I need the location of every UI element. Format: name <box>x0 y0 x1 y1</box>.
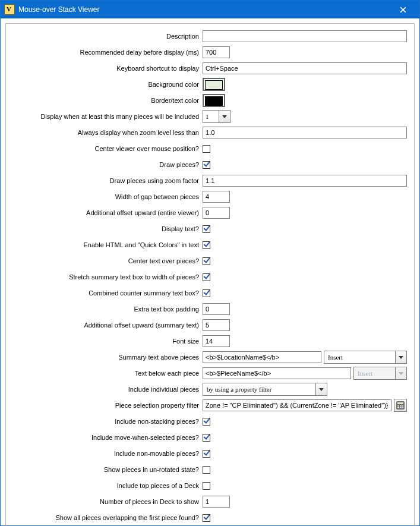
summary-above-insert-combo[interactable]: Insert <box>324 351 407 364</box>
label-summary-above: Summary text above pieces <box>12 354 203 361</box>
label-draw-pieces: Draw pieces? <box>12 161 203 168</box>
draw-zoom-factor-input[interactable] <box>203 175 407 187</box>
label-display-when-pieces: Display when at least this many pieces w… <box>12 113 203 120</box>
label-draw-zoom-factor: Draw pieces using zoom factor <box>12 177 203 184</box>
chevron-down-icon <box>395 367 406 379</box>
label-center-text: Center text over pieces? <box>12 257 203 264</box>
gap-width-input[interactable] <box>203 191 230 203</box>
show-all-overlap-checkbox[interactable] <box>203 514 210 522</box>
label-description: Description <box>12 33 203 40</box>
center-text-checkbox[interactable] <box>203 257 210 265</box>
label-always-display-zoom: Always display when zoom level less than <box>12 129 203 136</box>
label-include-nonmovable: Include non-movable pieces? <box>12 450 203 457</box>
always-display-zoom-input[interactable] <box>203 127 407 138</box>
calculator-icon <box>396 401 405 410</box>
description-input[interactable] <box>203 30 407 42</box>
close-icon <box>400 7 406 13</box>
rec-delay-input[interactable] <box>203 46 230 58</box>
label-combined-counter: Combined counter summary text box? <box>12 289 203 297</box>
label-font-size: Font size <box>12 338 203 345</box>
form-panel: Description Recommended delay before dis… <box>5 23 415 526</box>
label-include-top-deck: Include top pieces of a Deck <box>12 482 203 489</box>
label-rec-delay: Recommended delay before display (ms) <box>12 49 203 56</box>
label-show-unrotated: Show pieces in un-rotated state? <box>12 466 203 473</box>
piece-filter-input[interactable] <box>203 399 391 411</box>
num-deck-input[interactable] <box>203 496 230 508</box>
bg-color-picker[interactable] <box>203 78 225 91</box>
display-when-pieces-spinner[interactable]: 1 <box>203 110 230 123</box>
label-offset-upward-summary: Additional offset upward (summary text) <box>12 322 203 329</box>
include-movewhen-checkbox[interactable] <box>203 434 210 442</box>
label-text-below: Text below each piece <box>12 370 203 377</box>
label-gap-width: Width of gap between pieces <box>12 193 203 200</box>
expression-builder-button[interactable] <box>394 399 407 412</box>
text-below-input[interactable] <box>203 367 351 379</box>
chevron-down-icon[interactable] <box>315 383 327 395</box>
window-title: Mouse-over Stack Viewer <box>18 5 391 14</box>
show-unrotated-checkbox[interactable] <box>203 466 210 474</box>
label-stretch-textbox: Stretch summary text box to width of pie… <box>12 273 203 281</box>
include-top-deck-checkbox[interactable] <box>203 482 210 490</box>
close-button[interactable] <box>391 1 415 18</box>
stretch-textbox-checkbox[interactable] <box>203 273 210 281</box>
bg-color-swatch <box>205 80 223 90</box>
enable-html-colors-checkbox[interactable] <box>203 241 210 249</box>
include-individual-combo[interactable]: by using a property filter <box>203 383 327 396</box>
label-include-nonstacking: Include non-stacking pieces? <box>12 418 203 425</box>
label-include-individual: Include individual pieces <box>12 386 203 393</box>
dialog-window: Mouse-over Stack Viewer Description Reco… <box>0 0 420 526</box>
label-display-text: Display text? <box>12 225 203 232</box>
font-size-input[interactable] <box>203 335 230 347</box>
extra-padding-input[interactable] <box>203 303 230 315</box>
kb-shortcut-input[interactable] <box>203 62 407 74</box>
label-bg-color: Background color <box>12 81 203 88</box>
label-piece-filter: Piece selection property filter <box>12 402 203 409</box>
draw-pieces-checkbox[interactable] <box>203 161 210 169</box>
include-nonstacking-checkbox[interactable] <box>203 418 210 426</box>
app-icon <box>4 4 15 15</box>
label-border-text-color: Border/text color <box>12 97 203 104</box>
offset-upward-summary-input[interactable] <box>203 319 230 331</box>
label-include-movewhen: Include move-when-selected pieces? <box>12 434 203 441</box>
title-bar: Mouse-over Stack Viewer <box>1 1 419 18</box>
combined-counter-checkbox[interactable] <box>203 289 210 297</box>
include-nonmovable-checkbox[interactable] <box>203 450 210 458</box>
label-show-all-overlap: Show all pieces overlapping the first pi… <box>12 514 203 521</box>
label-kb-shortcut: Keyboard shortcut to display <box>12 65 203 72</box>
offset-upward-viewer-input[interactable] <box>203 207 230 219</box>
border-text-color-swatch <box>205 96 223 106</box>
center-viewer-checkbox[interactable] <box>203 145 210 153</box>
label-center-viewer: Center viewer over mouse position? <box>12 145 203 152</box>
chevron-down-icon[interactable] <box>395 351 406 363</box>
display-text-checkbox[interactable] <box>203 225 210 233</box>
label-extra-padding: Extra text box padding <box>12 305 203 313</box>
label-offset-upward-viewer: Additional offset upward (entire viewer) <box>12 209 203 216</box>
label-num-deck: Number of pieces in Deck to show <box>12 498 203 505</box>
border-text-color-picker[interactable] <box>203 94 225 107</box>
label-enable-html-colors: Enable HTML and "Quick Colors" in text <box>12 241 203 248</box>
summary-above-input[interactable] <box>203 351 321 363</box>
text-below-insert-combo: Insert <box>353 367 407 380</box>
chevron-down-icon[interactable] <box>219 111 230 122</box>
client-area: Description Recommended delay before dis… <box>1 18 419 526</box>
